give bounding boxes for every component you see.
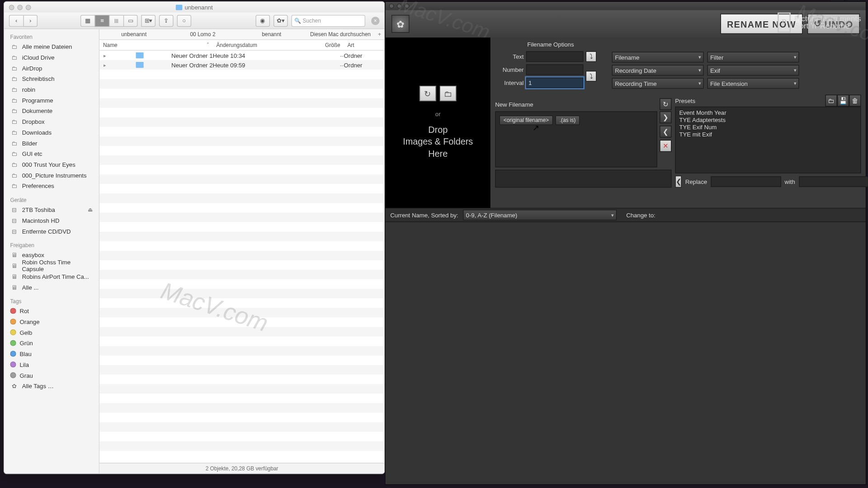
sidebar-tag[interactable]: Rot: [4, 305, 99, 316]
sidebar-item[interactable]: 🗀Dokumente: [4, 105, 99, 116]
sort-asc-icon: ˄: [207, 42, 209, 48]
sidebar-item[interactable]: 🗀GUI etc: [4, 148, 99, 159]
forward-button[interactable]: ›: [23, 14, 38, 26]
disclosure-icon[interactable]: ▸: [102, 62, 108, 68]
drop-zone[interactable]: ↻ 🗀 or Drop Images & Folders Here: [386, 38, 491, 208]
back-button[interactable]: ‹: [9, 14, 24, 26]
filter-combo[interactable]: Filter▾: [707, 52, 799, 63]
quicklook-button[interactable]: ◉: [255, 14, 270, 26]
sidebar-item[interactable]: 🗀Dropbox: [4, 116, 99, 127]
sidebar-share[interactable]: 🖥Robins AirPort Time Ca...: [4, 271, 99, 282]
col-kind[interactable]: Art: [344, 42, 384, 48]
new-tab-button[interactable]: +: [375, 31, 384, 37]
path-item[interactable]: benannt: [237, 31, 306, 37]
settings-button[interactable]: ✿: [392, 15, 410, 33]
info-button[interactable]: i: [830, 0, 844, 0]
help-button[interactable]: ?: [847, 0, 860, 0]
view-coverflow[interactable]: ▭: [123, 14, 138, 26]
recording-time-combo[interactable]: Recording Time▾: [612, 78, 704, 89]
col-date[interactable]: Änderungsdatum: [213, 42, 308, 48]
sidebar-item[interactable]: 🗀Downloads: [4, 127, 99, 138]
sidebar-item[interactable]: 🗀iCloud Drive: [4, 52, 99, 63]
tag-original-filename[interactable]: <original filename>: [499, 116, 553, 125]
empty-row: [99, 222, 384, 232]
text-input[interactable]: [526, 51, 584, 62]
replace-with-input[interactable]: [799, 176, 868, 187]
tags-button[interactable]: ○: [177, 14, 191, 26]
results-area[interactable]: [386, 222, 866, 484]
sidebar-item[interactable]: 🗀AirDrop: [4, 62, 99, 73]
refresh-dropzone-button[interactable]: ↻: [420, 86, 436, 101]
action-button[interactable]: ✿▾: [274, 14, 288, 26]
sort-mode-combo[interactable]: 0-9, A-Z (Filename)▾: [463, 210, 617, 221]
view-columns[interactable]: ⫼: [109, 14, 123, 26]
sidebar-all-tags[interactable]: ✿Alle Tags …: [4, 380, 99, 391]
file-list[interactable]: ▸Neuer Ordner 1 Heute 10:34 -- Ordner ▸N…: [99, 51, 384, 463]
table-row[interactable]: ▸Neuer Ordner 1 Heute 10:34 -- Ordner: [99, 51, 384, 60]
insert-number-button[interactable]: ⤵: [586, 71, 597, 82]
replace-find-input[interactable]: [711, 176, 781, 187]
file-extension-combo[interactable]: File Extension▾: [707, 78, 799, 89]
delete-tag-button[interactable]: ✕: [660, 140, 671, 152]
eject-icon[interactable]: ⏏: [88, 206, 93, 212]
exif-combo[interactable]: Exif▾: [707, 65, 799, 76]
share-button[interactable]: ⇪: [159, 14, 174, 26]
view-icon[interactable]: ▦: [80, 14, 95, 26]
tag-as-is[interactable]: .(as is): [555, 116, 580, 125]
col-size[interactable]: Größe: [308, 42, 344, 48]
preset-item[interactable]: TYE mit Exif: [679, 131, 857, 137]
open-folder-button[interactable]: 🗀: [440, 86, 457, 101]
sidebar-tag[interactable]: Orange: [4, 316, 99, 327]
move-right-button[interactable]: ❯: [660, 111, 671, 123]
sidebar-tag[interactable]: Grau: [4, 370, 99, 380]
filename-template[interactable]: <original filename> .(as is): [495, 111, 657, 167]
arrange-button[interactable]: ⊞▾: [141, 14, 156, 26]
sidebar-item[interactable]: 🗀Schreibtisch: [4, 73, 99, 84]
move-left-button[interactable]: ❮: [660, 126, 671, 137]
sidebar-share[interactable]: 🖥Robin Ochss Time Capsule: [4, 260, 99, 271]
preset-item[interactable]: TYE Adaptertests: [679, 117, 857, 123]
sidebar-tag[interactable]: Gelb: [4, 327, 99, 338]
preset-item[interactable]: TYE Exif Num: [679, 124, 857, 130]
path-item[interactable]: 00 Lomo 2: [168, 31, 237, 37]
col-name[interactable]: Name˄: [99, 42, 212, 48]
interval-input[interactable]: [526, 77, 584, 88]
sidebar-item[interactable]: 🗀Programme: [4, 95, 99, 106]
disk-icon: ⊟: [10, 227, 18, 235]
sidebar-device[interactable]: ⊟Entfernte CD/DVD: [4, 226, 99, 237]
chevron-down-icon: ▾: [698, 81, 701, 86]
path-item[interactable]: unbenannt: [99, 31, 168, 37]
recording-date-combo[interactable]: Recording Date▾: [612, 65, 704, 76]
path-item[interactable]: Diesen Mac durchsuchen: [306, 31, 375, 37]
number-input[interactable]: [526, 64, 584, 75]
filename-combo[interactable]: Filename▾: [612, 52, 704, 63]
sidebar-tag[interactable]: Blau: [4, 348, 99, 359]
sidebar-device[interactable]: ⊟2TB Toshiba⏏: [4, 204, 99, 215]
finder-titlebar[interactable]: unbenannt: [4, 2, 384, 13]
search-clear[interactable]: ×: [371, 16, 379, 24]
reset-filename-button[interactable]: ↻: [660, 98, 671, 110]
preset-save-button[interactable]: 💾: [837, 95, 849, 107]
sidebar-tag[interactable]: Grün: [4, 338, 99, 348]
preset-folder-button[interactable]: 🗀: [825, 95, 837, 107]
search-field[interactable]: 🔍 Suchen: [292, 14, 365, 26]
sidebar-tag[interactable]: Lila: [4, 359, 99, 370]
disclosure-icon[interactable]: ▸: [102, 53, 108, 58]
preset-item[interactable]: Event Month Year: [679, 110, 857, 116]
sidebar-item[interactable]: 🗀Alle meine Dateien: [4, 41, 99, 52]
sidebar-item[interactable]: 🗀Bilder: [4, 137, 99, 148]
sidebar-item[interactable]: 🗀000_Picture Instruments: [4, 170, 99, 181]
sidebar-item[interactable]: 🗀robin: [4, 84, 99, 95]
app-titlebar[interactable]: [386, 2, 866, 10]
empty-row: [99, 375, 384, 384]
sidebar-item[interactable]: 🗀Preferences: [4, 180, 99, 191]
sidebar-item[interactable]: 🗀000 Trust Your Eyes: [4, 159, 99, 170]
preset-delete-button[interactable]: 🗑: [849, 95, 861, 107]
presets-list[interactable]: Event Month YearTYE AdaptertestsTYE Exif…: [675, 107, 861, 174]
sidebar-share[interactable]: 🖥Alle ...: [4, 282, 99, 292]
table-row[interactable]: ▸Neuer Ordner 2 Heute 09:59 -- Ordner: [99, 60, 384, 70]
view-list[interactable]: ≡: [95, 14, 109, 26]
insert-text-button[interactable]: ⤵: [586, 51, 597, 62]
sidebar-device[interactable]: ⊟Macintosh HD: [4, 215, 99, 226]
replace-toggle[interactable]: ❮: [675, 176, 681, 188]
